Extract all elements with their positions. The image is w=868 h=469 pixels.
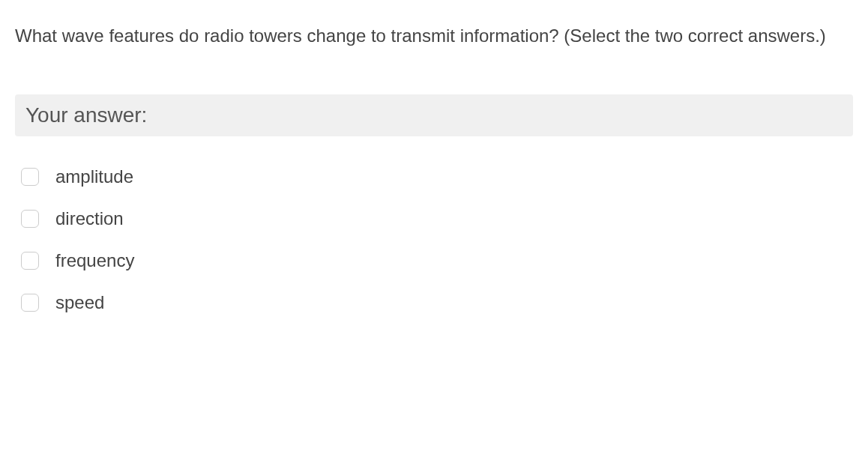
options-list: amplitude direction frequency speed xyxy=(15,166,853,313)
checkbox-amplitude[interactable] xyxy=(21,168,39,186)
option-label: direction xyxy=(55,208,124,229)
checkbox-direction[interactable] xyxy=(21,210,39,228)
option-row[interactable]: direction xyxy=(21,208,853,229)
option-label: speed xyxy=(55,292,104,313)
option-row[interactable]: amplitude xyxy=(21,166,853,187)
option-label: amplitude xyxy=(55,166,133,187)
option-label: frequency xyxy=(55,250,134,271)
option-row[interactable]: speed xyxy=(21,292,853,313)
question-container: What wave features do radio towers chang… xyxy=(0,0,868,328)
question-text: What wave features do radio towers chang… xyxy=(15,22,853,49)
option-row[interactable]: frequency xyxy=(21,250,853,271)
answer-header: Your answer: xyxy=(15,94,853,136)
checkbox-frequency[interactable] xyxy=(21,252,39,270)
checkbox-speed[interactable] xyxy=(21,294,39,312)
answer-header-label: Your answer: xyxy=(25,103,843,127)
